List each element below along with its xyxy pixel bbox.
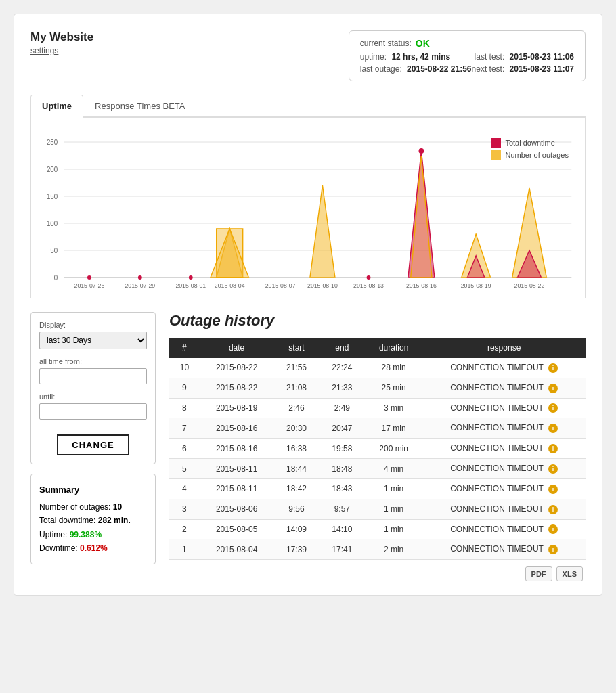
export-pdf-button[interactable]: PDF (525, 566, 552, 581)
settings-link[interactable]: settings (30, 46, 93, 55)
uptime-label: uptime: 12 hrs, 42 mins (360, 52, 450, 62)
cell-date: 2015-08-05 (200, 519, 274, 539)
tab-uptime[interactable]: Uptime (30, 95, 83, 118)
last-outage-value: 2015-08-22 21:56 (407, 64, 471, 74)
table-row: 10 2015-08-22 21:56 22:24 28 min CONNECT… (169, 358, 586, 378)
summary-title: Summary (39, 483, 147, 497)
cell-start: 17:39 (273, 539, 319, 560)
cell-duration: 3 min (365, 398, 422, 418)
info-icon[interactable]: i (548, 485, 558, 494)
info-icon[interactable]: i (548, 363, 558, 373)
change-button[interactable]: CHANGE (57, 434, 129, 455)
svg-marker-18 (310, 185, 335, 277)
cell-date: 2015-08-06 (200, 499, 274, 519)
page-container: My Website settings current status: OK u… (14, 14, 602, 596)
status-value: OK (416, 38, 430, 49)
cell-end: 18:48 (320, 459, 365, 479)
table-footer: PDF XLS (169, 566, 586, 581)
cell-date: 2015-08-11 (200, 459, 274, 479)
table-row: 3 2015-08-06 9:56 9:57 1 min CONNECTION … (169, 499, 586, 519)
summary-box: Summary Number of outages: 10 Total down… (30, 474, 156, 564)
cell-end: 17:41 (320, 539, 365, 560)
status-line: current status: OK (360, 38, 574, 49)
cell-start: 9:56 (273, 499, 319, 519)
cell-duration: 25 min (365, 378, 422, 398)
chart-legend: Total downtime Number of outages (491, 138, 569, 162)
cell-duration: 1 min (365, 499, 422, 519)
info-icon[interactable]: i (548, 424, 558, 433)
info-icon[interactable]: i (548, 444, 558, 453)
right-panel: Outage history # date start end duration… (169, 312, 586, 581)
table-row: 4 2015-08-11 18:42 18:43 1 min CONNECTIO… (169, 478, 586, 499)
cell-start: 21:56 (273, 358, 319, 378)
col-duration: duration (365, 338, 422, 358)
info-icon[interactable]: i (548, 524, 558, 534)
uptime-value: 12 hrs, 42 mins (391, 52, 450, 62)
status-row-outage: last outage: 2015-08-22 21:56 next test:… (360, 64, 574, 74)
info-icon[interactable]: i (548, 403, 558, 413)
svg-text:2015-08-16: 2015-08-16 (406, 282, 437, 289)
table-row: 7 2015-08-16 20:30 20:47 17 min CONNECTI… (169, 418, 586, 439)
export-xls-button[interactable]: XLS (556, 566, 583, 581)
legend-outages: Number of outages (491, 150, 569, 160)
info-icon[interactable]: i (548, 505, 558, 514)
cell-num: 5 (169, 459, 200, 479)
cell-duration: 2 min (365, 539, 422, 560)
until-input[interactable] (39, 403, 147, 420)
cell-num: 9 (169, 378, 200, 398)
legend-outages-color (491, 150, 501, 160)
cell-num: 10 (169, 358, 200, 378)
current-status-label: current status: (360, 39, 412, 48)
tab-response-times[interactable]: Response Times BETA (83, 95, 196, 116)
cell-response: CONNECTION TIMEOUT i (422, 439, 586, 459)
svg-text:2015-08-19: 2015-08-19 (461, 282, 491, 289)
cell-date: 2015-08-22 (200, 378, 274, 398)
last-test-value: 2015-08-23 11:06 (510, 52, 574, 62)
status-row-uptime: uptime: 12 hrs, 42 mins last test: 2015-… (360, 52, 574, 62)
svg-text:2015-08-07: 2015-08-07 (265, 282, 296, 289)
legend-downtime-color (491, 138, 501, 148)
cell-num: 3 (169, 499, 200, 519)
svg-text:0: 0 (54, 274, 58, 282)
svg-text:50: 50 (50, 247, 58, 254)
cell-duration: 17 min (365, 418, 422, 439)
svg-text:2015-07-29: 2015-07-29 (125, 282, 155, 289)
until-label: until: (39, 393, 147, 401)
cell-duration: 28 min (365, 358, 422, 378)
display-select[interactable]: last 30 Days last 7 Days last 90 Days al… (39, 332, 147, 349)
svg-text:150: 150 (47, 193, 58, 200)
cell-response: CONNECTION TIMEOUT i (422, 418, 586, 439)
cell-end: 9:57 (320, 499, 365, 519)
cell-duration: 4 min (365, 459, 422, 479)
cell-end: 22:24 (320, 358, 365, 378)
svg-text:200: 200 (47, 166, 58, 173)
cell-response: CONNECTION TIMEOUT i (422, 378, 586, 398)
svg-text:2015-08-13: 2015-08-13 (353, 282, 384, 289)
cell-start: 18:44 (273, 459, 319, 479)
svg-text:2015-08-10: 2015-08-10 (307, 282, 338, 289)
cell-date: 2015-08-04 (200, 539, 274, 560)
info-icon[interactable]: i (548, 545, 558, 554)
cell-num: 1 (169, 539, 200, 560)
chart-container: Total downtime Number of outages (38, 129, 578, 291)
info-icon[interactable]: i (548, 384, 558, 393)
svg-text:100: 100 (47, 220, 58, 227)
table-header-row: # date start end duration response (169, 338, 586, 358)
col-start: start (273, 338, 319, 358)
table-row: 5 2015-08-11 18:44 18:48 4 min CONNECTIO… (169, 459, 586, 479)
col-date: date (200, 338, 274, 358)
cell-response: CONNECTION TIMEOUT i (422, 459, 586, 479)
cell-start: 18:42 (273, 478, 319, 499)
status-box: current status: OK uptime: 12 hrs, 42 mi… (349, 30, 586, 81)
table-header: # date start end duration response (169, 338, 586, 358)
all-time-from-input[interactable] (39, 368, 147, 384)
info-icon[interactable]: i (548, 464, 558, 474)
cell-date: 2015-08-11 (200, 478, 274, 499)
all-time-from-label: all time from: (39, 357, 147, 365)
cell-duration: 1 min (365, 519, 422, 539)
summary-downtime: Total downtime: 282 min. (39, 514, 147, 527)
site-title: My Website (30, 30, 93, 44)
svg-point-26 (87, 275, 91, 280)
cell-duration: 200 min (365, 439, 422, 459)
legend-outages-label: Number of outages (505, 151, 569, 159)
